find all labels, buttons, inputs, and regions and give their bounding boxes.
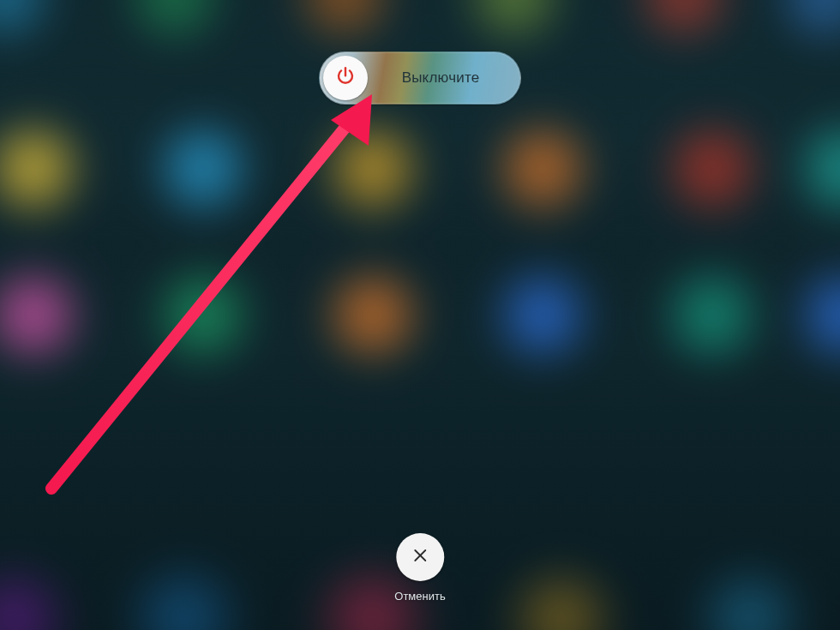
power-icon [334,65,357,91]
close-icon [411,546,429,568]
slide-to-power-off[interactable]: Выключите [319,51,521,105]
cancel-button[interactable] [396,533,444,581]
power-off-screen: Выключите Отменить [0,0,840,630]
power-off-label: Выключите [375,69,507,87]
cancel-label: Отменить [394,590,445,603]
cancel-group: Отменить [394,533,445,603]
power-off-knob[interactable] [323,56,368,100]
